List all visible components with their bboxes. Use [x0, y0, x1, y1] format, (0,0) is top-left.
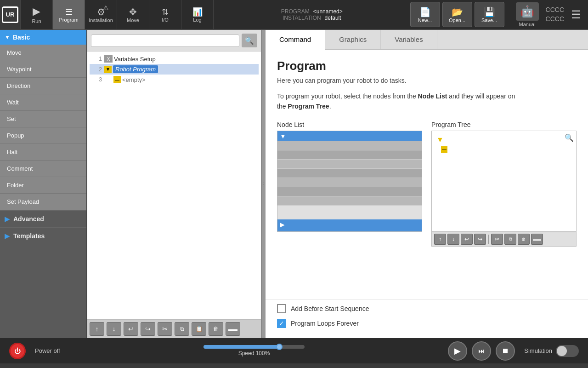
node-list-row[interactable] [277, 169, 422, 178]
search-input[interactable] [91, 34, 239, 47]
templates-section-header[interactable]: ▶ Templates [0, 227, 86, 244]
tree-area[interactable]: 1 X Variables Setup 2 ▼ Robot Program 3 … [87, 52, 261, 319]
prog-tree-minus-icon: — [441, 146, 447, 153]
command-description: To program your robot, select the nodes … [277, 91, 577, 112]
move-down-button[interactable]: ↓ [107, 322, 121, 336]
tree-line-3[interactable]: 3 — <empty> [90, 75, 259, 85]
sidebar-item-move[interactable]: Move [0, 45, 86, 61]
new-button[interactable]: 📄 New... [410, 2, 440, 27]
simulation-label: Simulation [524, 347, 552, 354]
program-info: PROGRAM <unnamed> INSTALLATION default [214, 8, 410, 21]
node-list-spacer [277, 206, 422, 219]
search-bar: 🔍 [87, 30, 261, 52]
toolbar-run[interactable]: ▶ Run [21, 0, 53, 29]
paste-button[interactable]: 📋 [192, 322, 206, 336]
sidebar-item-popup[interactable]: Popup [0, 127, 86, 144]
toolbar-log[interactable]: 📊 Log [181, 0, 214, 29]
sidebar-comment-label: Comment [7, 165, 33, 172]
step-button[interactable]: ⏭ [472, 341, 491, 361]
search-magnifier-icon[interactable]: 🔍 [565, 133, 574, 142]
right-panel: Command Graphics Variables Program Here … [266, 30, 588, 338]
sidebar-item-set-payload[interactable]: Set Payload [0, 194, 86, 210]
program-name: <unnamed> [313, 8, 343, 15]
sidebar-item-direction[interactable]: Direction [0, 78, 86, 94]
play-button[interactable]: ▶ [448, 341, 467, 361]
ur-logo[interactable]: UR [0, 0, 21, 29]
tree-delete-button[interactable]: 🗑 [518, 234, 530, 245]
cut-button[interactable]: ✂ [158, 322, 172, 336]
loops-checkbox[interactable] [277, 319, 286, 328]
sidebar-direction-label: Direction [7, 82, 30, 89]
node-list-row[interactable] [277, 187, 422, 196]
prog-tree-icons: ▼ — [434, 133, 574, 157]
sidebar-item-waypoint[interactable]: Waypoint [0, 61, 86, 78]
advanced-section-header[interactable]: ▶ Advanced [0, 210, 86, 227]
node-list-row[interactable] [277, 150, 422, 160]
center-panel: 🔍 1 X Variables Setup 2 ▼ Robot Program … [87, 30, 262, 338]
stop-button[interactable]: ⏹ [496, 341, 515, 361]
toolbar-move[interactable]: ✥ Move [117, 0, 149, 29]
save-button[interactable]: 💾 Save... [475, 2, 504, 27]
tree-line-1[interactable]: 1 X Variables Setup [90, 54, 259, 64]
node-list-row[interactable] [277, 196, 422, 206]
more-button[interactable]: ▬▬ [226, 322, 240, 336]
node-list-bottom-row-2[interactable]: ▶ [277, 230, 422, 232]
simulation-toggle-knob [557, 346, 567, 356]
tree-cut-button[interactable]: ✂ [491, 234, 503, 245]
manual-button[interactable]: 🤖 Manual [509, 2, 546, 27]
tree-line-2[interactable]: 2 ▼ Robot Program [90, 64, 259, 75]
undo-button[interactable]: ↩ [124, 322, 138, 336]
node-list-row[interactable] [277, 141, 422, 150]
cccc2: CCCC [546, 15, 564, 24]
program-tree-content[interactable]: 🔍 ▼ — [431, 131, 577, 232]
program-tree-bold: Program Tree [288, 103, 329, 110]
move-up-button[interactable]: ↑ [90, 322, 104, 336]
search-button[interactable]: 🔍 [242, 34, 257, 47]
tab-graphics[interactable]: Graphics [325, 30, 381, 49]
tab-command[interactable]: Command [266, 30, 325, 50]
robot-program-label: Robot Program [113, 65, 158, 73]
program-info-inst-label: INSTALLATION [283, 15, 321, 21]
toolbar-io[interactable]: ⇅ I/O [149, 0, 181, 29]
sidebar-item-folder[interactable]: Folder [0, 177, 86, 194]
sidebar-set-label: Set [7, 115, 16, 122]
node-list-bottom-row-1[interactable]: ▶ [277, 219, 422, 230]
sidebar-item-halt[interactable]: Halt [0, 144, 86, 161]
redo-button[interactable]: ↪ [141, 322, 155, 336]
power-label: Power off [35, 347, 60, 354]
tree-up-button[interactable]: ↑ [434, 234, 446, 245]
delete-button[interactable]: 🗑 [209, 322, 223, 336]
hamburger-menu[interactable]: ☰ [564, 8, 588, 21]
save-icon: 💾 [484, 6, 495, 17]
empty-icon: — [113, 76, 121, 83]
sidebar-item-comment[interactable]: Comment [0, 161, 86, 177]
tree-more-button[interactable]: ▬▬ [531, 234, 543, 245]
tree-undo-button[interactable]: ↩ [461, 234, 473, 245]
main-toolbar: UR ▶ Run ☰ Program ⚙ ⚠ Installation ✥ Mo… [0, 0, 588, 30]
tree-down-button[interactable]: ↓ [447, 234, 459, 245]
node-list-row[interactable] [277, 178, 422, 187]
tree-redo-button[interactable]: ↪ [474, 234, 486, 245]
copy-button[interactable]: ⧉ [175, 322, 189, 336]
node-list-title: Node List [277, 121, 422, 128]
manual-icon: 🤖 [516, 2, 539, 21]
basic-section-header[interactable]: ▼ Basic [0, 30, 86, 45]
sidebar-item-set[interactable]: Set [0, 111, 86, 127]
open-button[interactable]: 📂 Open... [442, 2, 472, 27]
sidebar-move-label: Move [7, 49, 22, 56]
toolbar-program[interactable]: ☰ Program [53, 0, 85, 29]
node-list-content[interactable]: ▼ ▶ ▶ ▶ [277, 131, 422, 232]
node-list-row[interactable] [277, 160, 422, 169]
resize-handle-center[interactable]: ⋮ [262, 30, 266, 338]
tree-copy-button[interactable]: ⧉ [504, 234, 516, 245]
add-before-checkbox[interactable] [277, 304, 286, 313]
tab-variables[interactable]: Variables [381, 30, 437, 49]
toolbar-installation[interactable]: ⚙ ⚠ Installation [85, 0, 117, 29]
sidebar-item-wait[interactable]: Wait [0, 94, 86, 111]
checkboxes-section: Add Before Start Sequence Program Loops … [266, 299, 588, 338]
node-list-top-row[interactable]: ▼ [277, 131, 422, 141]
power-icon: ⏻ [14, 347, 21, 355]
power-button[interactable]: ⏻ [9, 343, 26, 359]
tab-graphics-label: Graphics [339, 35, 367, 43]
simulation-toggle[interactable] [556, 345, 579, 357]
